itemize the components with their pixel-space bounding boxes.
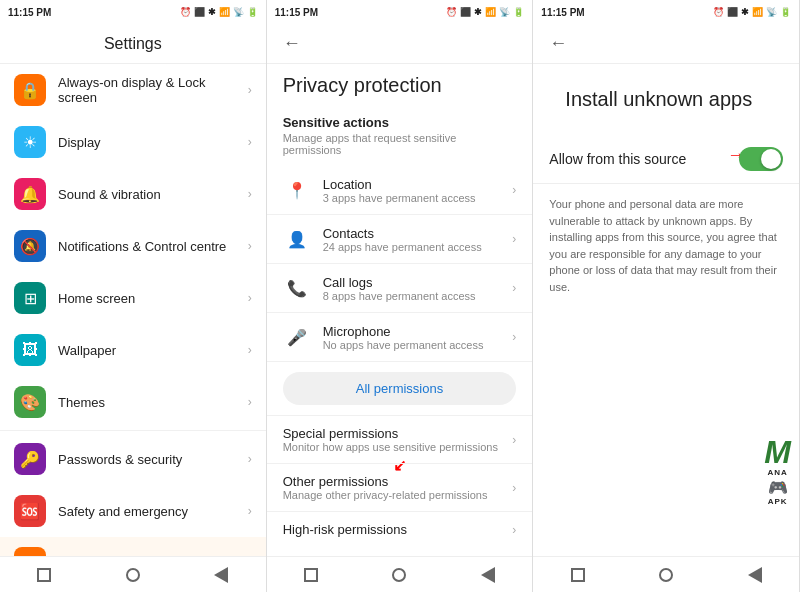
settings-item-home[interactable]: ⊞ Home screen › bbox=[0, 272, 266, 324]
display-icon: ☀ bbox=[14, 126, 46, 158]
chevron-icon: › bbox=[248, 452, 252, 466]
rec-icon-2: ⬛ bbox=[460, 7, 471, 17]
location-icon: 📍 bbox=[283, 176, 311, 204]
toolbar-2: ← bbox=[267, 24, 533, 64]
passwords-icon: 🔑 bbox=[14, 443, 46, 475]
nav-square-btn-2[interactable] bbox=[296, 563, 326, 587]
nav-back-btn-2[interactable] bbox=[473, 563, 503, 587]
back-button-2[interactable]: ← bbox=[283, 33, 301, 54]
perm-text-location: Location 3 apps have permanent access bbox=[323, 177, 513, 204]
all-permissions-btn[interactable]: All permissions bbox=[283, 372, 517, 405]
status-icons-2: ⏰ ⬛ ✱ 📶 📡 🔋 bbox=[446, 7, 524, 17]
nav-square-btn[interactable] bbox=[29, 563, 59, 587]
install-page-title-wrapper: Install unknown apps bbox=[533, 64, 799, 135]
location-title: Location bbox=[323, 177, 513, 192]
settings-item-always-on[interactable]: 🔒 Always-on display & Lock screen › bbox=[0, 64, 266, 116]
settings-item-themes[interactable]: 🎨 Themes › bbox=[0, 376, 266, 428]
watermark-m: M bbox=[764, 436, 791, 468]
chevron-icon: › bbox=[248, 395, 252, 409]
chevron-icon: › bbox=[248, 291, 252, 305]
chevron-icon: › bbox=[248, 343, 252, 357]
location-chevron: › bbox=[512, 183, 516, 197]
settings-title: Settings bbox=[16, 35, 250, 53]
settings-item-sound[interactable]: 🔔 Sound & vibration › bbox=[0, 168, 266, 220]
special-perms-subtitle: Monitor how apps use sensitive permissio… bbox=[283, 441, 513, 453]
perm-text-call-logs: Call logs 8 apps have permanent access bbox=[323, 275, 513, 302]
privacy-icon: 🛡 bbox=[14, 547, 46, 556]
high-risk-title: High-risk permissions bbox=[283, 522, 513, 537]
bluetooth-icon: ✱ bbox=[208, 7, 216, 17]
contacts-title: Contacts bbox=[323, 226, 513, 241]
special-perms-title: Special permissions bbox=[283, 426, 513, 441]
settings-item-privacy[interactable]: 🛡 Privacy protection › ◀ bbox=[0, 537, 266, 556]
call-logs-title: Call logs bbox=[323, 275, 513, 290]
status-icons-3: ⏰ ⬛ ✱ 📶 📡 🔋 bbox=[713, 7, 791, 17]
call-logs-icon: 📞 bbox=[283, 274, 311, 302]
special-item-high-risk[interactable]: High-risk permissions › bbox=[267, 511, 533, 547]
wallpaper-icon: 🖼 bbox=[14, 334, 46, 366]
other-chevron: › bbox=[512, 481, 516, 495]
always-on-label: Always-on display & Lock screen bbox=[58, 75, 248, 105]
privacy-content: Privacy protection Sensitive actions Man… bbox=[267, 64, 533, 556]
special-perms-text: Special permissions Monitor how apps use… bbox=[283, 426, 513, 453]
microphone-title: Microphone bbox=[323, 324, 513, 339]
nav-square-btn-3[interactable] bbox=[563, 563, 593, 587]
perm-item-microphone[interactable]: 🎤 Microphone No apps have permanent acce… bbox=[267, 313, 533, 362]
settings-item-passwords[interactable]: 🔑 Passwords & security › bbox=[0, 433, 266, 485]
status-icons-1: ⏰ ⬛ ✱ 📶 📡 🔋 bbox=[180, 7, 258, 17]
special-item-special-perms[interactable]: Special permissions Monitor how apps use… bbox=[267, 415, 533, 463]
perm-item-location[interactable]: 📍 Location 3 apps have permanent access … bbox=[267, 166, 533, 215]
sound-label: Sound & vibration bbox=[58, 187, 248, 202]
watermark-gamepad: 🎮 bbox=[764, 478, 791, 497]
passwords-label: Passwords & security bbox=[58, 452, 248, 467]
perm-item-contacts[interactable]: 👤 Contacts 24 apps have permanent access… bbox=[267, 215, 533, 264]
special-item-other-perms[interactable]: Other permissions Manage other privacy-r… bbox=[267, 463, 533, 511]
privacy-page-title: Privacy protection bbox=[267, 64, 533, 101]
allow-label: Allow from this source bbox=[549, 151, 739, 167]
settings-item-wallpaper[interactable]: 🖼 Wallpaper › bbox=[0, 324, 266, 376]
high-risk-chevron: › bbox=[512, 523, 516, 537]
batt-icon-2: 🔋 bbox=[513, 7, 524, 17]
install-page-title: Install unknown apps bbox=[549, 74, 783, 127]
batt-icon-3: 🔋 bbox=[780, 7, 791, 17]
status-bar-3: 11:15 PM ⏰ ⬛ ✱ 📶 📡 🔋 bbox=[533, 0, 799, 24]
contacts-icon: 👤 bbox=[283, 225, 311, 253]
annotation-arrow-privacy: ◀ bbox=[0, 552, 4, 556]
display-label: Display bbox=[58, 135, 248, 150]
safety-label: Safety and emergency bbox=[58, 504, 248, 519]
wallpaper-label: Wallpaper bbox=[58, 343, 248, 358]
themes-label: Themes bbox=[58, 395, 248, 410]
nav-circle-btn-3[interactable] bbox=[651, 563, 681, 587]
wifi-icon: 📡 bbox=[233, 7, 244, 17]
high-risk-text: High-risk permissions bbox=[283, 522, 513, 537]
watermark-apk: APK bbox=[764, 497, 791, 506]
settings-item-display[interactable]: ☀ Display › bbox=[0, 116, 266, 168]
sig-icon-3: 📶 bbox=[752, 7, 763, 17]
perm-text-microphone: Microphone No apps have permanent access bbox=[323, 324, 513, 351]
bt-icon-2: ✱ bbox=[474, 7, 482, 17]
wifi-icon-2: 📡 bbox=[499, 7, 510, 17]
nav-back-btn-3[interactable] bbox=[740, 563, 770, 587]
other-perms-text: Other permissions Manage other privacy-r… bbox=[283, 474, 513, 501]
time-2: 11:15 PM bbox=[275, 7, 318, 18]
nav-circle-btn[interactable] bbox=[118, 563, 148, 587]
special-chevron: › bbox=[512, 433, 516, 447]
allow-toggle[interactable] bbox=[739, 147, 783, 171]
settings-item-safety[interactable]: 🆘 Safety and emergency › bbox=[0, 485, 266, 537]
nav-back-btn[interactable] bbox=[206, 563, 236, 587]
themes-icon: 🎨 bbox=[14, 386, 46, 418]
time-3: 11:15 PM bbox=[541, 7, 584, 18]
rec-icon-3: ⬛ bbox=[727, 7, 738, 17]
settings-item-notifications[interactable]: 🔕 Notifications & Control centre › bbox=[0, 220, 266, 272]
watermark: M ANA 🎮 APK bbox=[764, 436, 791, 506]
nav-circle-btn-2[interactable] bbox=[384, 563, 414, 587]
settings-panel: 11:15 PM ⏰ ⬛ ✱ 📶 📡 🔋 Settings 🔒 Always-o… bbox=[0, 0, 267, 592]
sensitive-actions-header: Sensitive actions bbox=[267, 101, 533, 132]
chevron-icon: › bbox=[248, 83, 252, 97]
perm-item-call-logs[interactable]: 📞 Call logs 8 apps have permanent access… bbox=[267, 264, 533, 313]
other-perms-subtitle: Manage other privacy-related permissions bbox=[283, 489, 513, 501]
settings-list: 🔒 Always-on display & Lock screen › ☀ Di… bbox=[0, 64, 266, 556]
warning-text: Your phone and personal data are more vu… bbox=[533, 184, 799, 307]
back-button-3[interactable]: ← bbox=[549, 33, 567, 54]
chevron-icon: › bbox=[248, 239, 252, 253]
